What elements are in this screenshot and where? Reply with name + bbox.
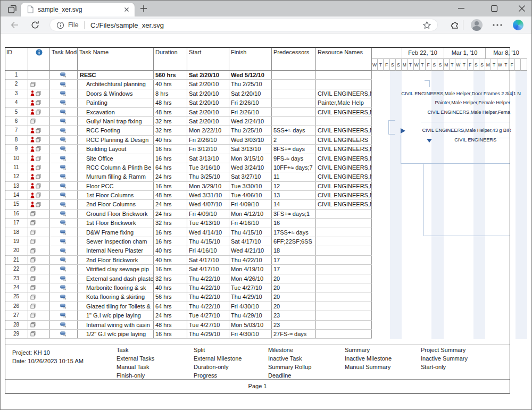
cell-resources: CIVIL ENGINEERS,M <box>316 154 372 163</box>
assignment-icon <box>30 230 36 235</box>
column-header: Duration <box>154 47 187 70</box>
cell-predecessors: 23 <box>272 311 316 320</box>
legend-item: Manual Task <box>117 363 154 371</box>
assignment-icon <box>30 82 36 87</box>
refresh-icon[interactable] <box>30 20 40 30</box>
week-separator <box>485 47 486 59</box>
person-icon <box>30 155 35 161</box>
table-row: 26Glazed tiling for Toilets &64 hrsThu 4… <box>5 302 372 311</box>
copilot-icon[interactable] <box>513 20 523 30</box>
assignment-icon <box>30 119 36 124</box>
gantt-resource-label: CIVIL ENGINEERS,Male Helper,Door Frames … <box>401 91 521 96</box>
cell-duration: 40 hrs <box>154 283 187 292</box>
assignment-icon <box>30 211 36 216</box>
cell-start: Thu 4/22/10 <box>187 292 229 301</box>
task-mode-icon <box>60 211 67 216</box>
legend-item: Duration-only <box>194 363 242 371</box>
table-row: 1RESC560 hrsSat 2/20/10Wed 5/12/10 <box>5 71 372 80</box>
task-mode-icon <box>60 100 67 105</box>
cell-resources: CIVIL ENGINEERS,M <box>316 145 372 153</box>
person-icon <box>30 128 35 133</box>
task-mode-icon <box>60 110 67 115</box>
site-info-icon[interactable] <box>56 21 64 29</box>
cell-task-mode <box>50 246 78 255</box>
table-row: 11RCC Column & Plinth Be64 hrsTue 3/16/1… <box>5 163 372 172</box>
minimize-button[interactable] <box>451 1 472 16</box>
legend-item: Split <box>194 346 242 354</box>
cell-resources: CIVIL ENGINEERS,M <box>316 108 372 116</box>
column-header: Finish <box>229 47 272 70</box>
settings-menu-icon[interactable] <box>492 23 503 27</box>
cell-duration: 16 hrs <box>154 145 187 153</box>
day-cell: T <box>420 59 426 71</box>
assignment-icon <box>30 331 36 337</box>
favorites-star-icon[interactable] <box>422 21 431 30</box>
profile-avatar[interactable] <box>471 19 483 31</box>
browser-essentials-icon[interactable] <box>450 20 460 30</box>
cell-duration: 32 hrs <box>154 126 187 135</box>
assignment-icon <box>36 165 41 170</box>
cell-indicators <box>28 265 50 273</box>
legend-column: TaskExternal TasksManual TaskFinish-only <box>117 346 154 380</box>
task-mode-icon <box>60 72 67 78</box>
cell-task-name: 1st Floor Columns <box>78 191 154 199</box>
cell-task-name: 1st Floor Brickwork <box>78 219 154 227</box>
cell-resources <box>316 237 372 246</box>
legend-column: SummaryInactive MilestoneManual Summary <box>345 346 392 371</box>
cell-task-name: Vitrified clay sewage pip <box>78 265 154 273</box>
close-window-button[interactable] <box>511 1 532 16</box>
cell-duration: 48 hrs <box>154 98 187 107</box>
cell-task-name: Kota flooring & skirting <box>78 292 154 301</box>
cell-id: 25 <box>5 292 28 301</box>
assignment-icon <box>36 128 41 133</box>
back-icon[interactable] <box>10 20 20 30</box>
cell-predecessors: 17 <box>272 256 316 264</box>
cell-resources <box>316 246 372 255</box>
cell-task-mode <box>50 182 78 190</box>
cell-finish: Fri 4/30/10 <box>229 330 272 338</box>
cell-task-name: RCC Planning & Design <box>78 136 154 144</box>
assignment-icon <box>30 239 36 244</box>
table-row: 212nd Floor Brickwork40 hrsSat 4/17/10Th… <box>5 256 372 265</box>
cell-id: 17 <box>5 219 28 227</box>
cell-predecessors <box>272 89 316 98</box>
dependency-link-line <box>388 120 395 121</box>
weekend-stripe <box>516 71 521 339</box>
footer-date: Date: 10/26/2023 10:15 AM <box>12 358 84 364</box>
cell-task-name: External sand dash plaste <box>78 274 154 283</box>
cell-start: Wed 3/31/10 <box>187 191 229 199</box>
column-header: Resource Names <box>316 47 372 70</box>
table-row: 12Murrum filling & Ramm24 hrsThu 3/25/10… <box>5 172 372 181</box>
person-icon <box>30 165 35 171</box>
day-cell: S <box>473 59 479 71</box>
day-cell: M <box>402 59 408 71</box>
tab-close-icon[interactable] <box>123 6 130 13</box>
legend-item: Project Summary <box>421 346 468 354</box>
cell-task-name: RCC Footing <box>78 126 154 135</box>
task-mode-icon <box>60 183 67 189</box>
cell-id: 21 <box>5 256 28 264</box>
maximize-button[interactable] <box>484 1 505 16</box>
address-url[interactable]: C:/Files/sample_xer.svg <box>90 21 164 29</box>
cell-resources <box>316 71 372 79</box>
cell-indicators <box>28 283 50 292</box>
day-cell: S <box>431 59 437 71</box>
cell-resources: CIVIL ENGINEERS,M <box>316 182 372 190</box>
cell-task-name: Architechtural planning <box>78 80 154 88</box>
address-bar[interactable]: File C:/Files/sample_xer.svg <box>49 19 438 31</box>
page-number: Page 1 <box>5 383 510 389</box>
cell-duration: 32 hrs <box>154 219 187 227</box>
new-tab-button[interactable] <box>140 5 147 12</box>
cell-task-mode <box>50 145 78 153</box>
cell-finish: Wed 5/12/10 <box>229 71 272 79</box>
tab-title: sample_xer.svg <box>38 6 82 13</box>
legend-column: SplitExternal MilestoneDuration-onlyProg… <box>194 346 242 380</box>
week-label: Feb 22, '10 <box>408 49 437 56</box>
task-mode-icon <box>60 285 67 290</box>
cell-predecessors: 20 <box>272 274 316 283</box>
tab-actions-icon[interactable] <box>7 4 18 14</box>
cell-indicators <box>28 136 50 144</box>
legend-column: MilestoneInactive TaskSummary RollupDead… <box>268 346 311 380</box>
cell-task-mode <box>50 108 78 116</box>
browser-tab[interactable]: sample_xer.svg <box>21 3 135 16</box>
